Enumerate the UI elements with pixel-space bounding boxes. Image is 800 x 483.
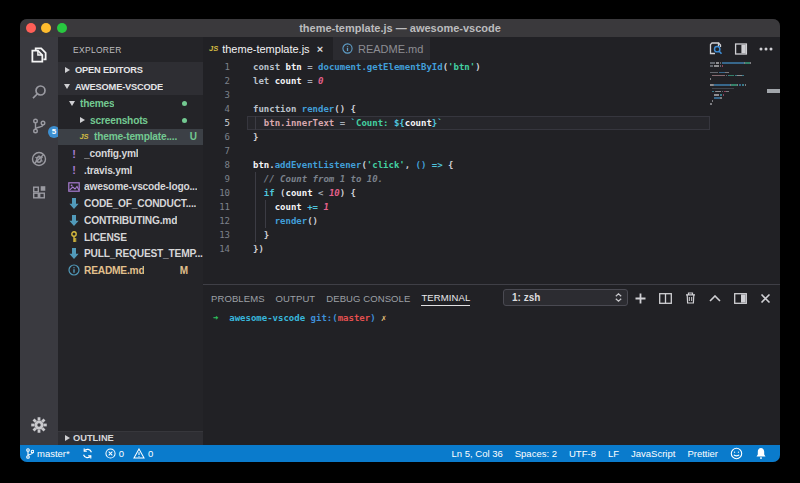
panel-tab-problems[interactable]: PROBLEMS bbox=[211, 289, 265, 306]
close-panel-icon[interactable] bbox=[760, 293, 771, 304]
split-editor-icon[interactable] bbox=[734, 42, 748, 56]
extensions-icon[interactable] bbox=[31, 185, 47, 201]
search-icon[interactable] bbox=[30, 83, 48, 101]
image-file-icon bbox=[67, 182, 81, 192]
terminal-select-value: 1: zsh bbox=[512, 292, 615, 303]
debug-icon[interactable] bbox=[30, 150, 48, 168]
explorer-sidebar: EXPLORER OPEN EDITORSAWESOME-VSCODEtheme… bbox=[58, 37, 203, 445]
tree-item-contributing-md[interactable]: CONTRIBUTING.md bbox=[58, 212, 203, 229]
yaml-file-icon: ! bbox=[67, 148, 81, 160]
key-file-icon bbox=[67, 231, 81, 243]
item-label: LICENSE bbox=[84, 232, 127, 243]
tree-item-code-of-conduct[interactable]: CODE_OF_CONDUCT.... bbox=[58, 195, 203, 212]
status-bar: master* 0 0 Ln bbox=[20, 445, 780, 463]
tab-label: README.md bbox=[358, 43, 423, 55]
code-line-4: 4function render() { bbox=[203, 102, 780, 116]
git-status-badge: M bbox=[180, 265, 188, 276]
open-preview-icon[interactable] bbox=[708, 41, 723, 56]
kill-terminal-icon[interactable] bbox=[685, 292, 696, 304]
select-chevrons-icon bbox=[615, 293, 622, 302]
code-line-10: 10 if (count < 10) { bbox=[203, 186, 780, 200]
git-branch-status[interactable]: master* bbox=[26, 448, 70, 459]
js-file-icon: JS bbox=[209, 44, 218, 53]
info-file-icon bbox=[67, 264, 81, 276]
maximize-panel-icon[interactable] bbox=[709, 295, 721, 302]
yaml-file-icon: ! bbox=[67, 164, 81, 176]
code-line-14: 14}) bbox=[203, 242, 780, 256]
tree-item-pull-request-temp[interactable]: PULL_REQUEST_TEMP... bbox=[58, 245, 203, 262]
eol[interactable]: LF bbox=[608, 448, 619, 459]
item-label: theme-template.... bbox=[94, 131, 177, 142]
git-status-badge: U bbox=[190, 131, 197, 142]
formatter[interactable]: Prettier bbox=[687, 448, 718, 459]
tree-item-theme-template[interactable]: JStheme-template....U bbox=[58, 129, 203, 146]
editor-group: JS theme-template.js × README.md bbox=[203, 37, 780, 445]
panel-tab-debug-console[interactable]: DEBUG CONSOLE bbox=[326, 289, 410, 306]
indentation[interactable]: Spaces: 2 bbox=[515, 448, 557, 459]
tree-item-themes[interactable]: themes bbox=[58, 95, 203, 112]
tree-item-screenshots[interactable]: screenshots bbox=[58, 112, 203, 129]
problems-status[interactable]: 0 0 bbox=[105, 448, 154, 459]
item-label: _config.yml bbox=[84, 148, 138, 159]
code-line-1: 1const btn = document.getElementById('bt… bbox=[203, 60, 780, 74]
tree-item-readme-md[interactable]: README.mdM bbox=[58, 262, 203, 279]
split-terminal-icon[interactable] bbox=[659, 293, 672, 304]
chevron-right-icon bbox=[62, 435, 72, 441]
title-bar[interactable]: theme-template.js — awesome-vscode bbox=[20, 19, 780, 37]
panel-tabs: PROBLEMSOUTPUTDEBUG CONSOLETERMINAL bbox=[211, 285, 470, 309]
panel-tab-terminal[interactable]: TERMINAL bbox=[421, 288, 470, 306]
section-awesome-vscode[interactable]: AWESOME-VSCODE bbox=[58, 78, 203, 95]
item-label: CONTRIBUTING.md bbox=[84, 215, 177, 226]
status-right: Ln 5, Col 36 Spaces: 2 UTF-8 LF JavaScri… bbox=[452, 447, 780, 460]
panel-actions bbox=[635, 289, 771, 307]
terminal-select[interactable]: 1: zsh bbox=[503, 289, 628, 306]
git-branch-icon bbox=[26, 448, 34, 459]
chevron-right-icon bbox=[77, 117, 87, 123]
file-tree: OPEN EDITORSAWESOME-VSCODEthemesscreensh… bbox=[58, 62, 203, 279]
panel-tab-output[interactable]: OUTPUT bbox=[276, 289, 316, 306]
chevron-down-icon bbox=[67, 101, 77, 106]
markdown-file-icon bbox=[67, 198, 81, 209]
terminal-prompt-line[interactable]: ➜ awesome-vscode git:(master) ✗ bbox=[213, 311, 386, 325]
language-mode[interactable]: JavaScript bbox=[631, 448, 675, 459]
code-line-8: 8btn.addEventListener('click', () => { bbox=[203, 158, 780, 172]
bell-icon[interactable] bbox=[755, 447, 767, 460]
sync-icon bbox=[82, 448, 93, 459]
js-file-icon: JS bbox=[77, 132, 91, 141]
new-terminal-icon[interactable] bbox=[635, 293, 646, 304]
sidebar-title: EXPLORER bbox=[73, 42, 122, 58]
more-actions-icon[interactable] bbox=[759, 47, 773, 51]
settings-gear-icon[interactable] bbox=[31, 417, 48, 434]
editor-actions bbox=[708, 37, 773, 60]
code-editor[interactable]: 1const btn = document.getElementById('bt… bbox=[203, 60, 780, 284]
close-tab-icon[interactable]: × bbox=[317, 43, 323, 55]
explorer-icon[interactable] bbox=[29, 45, 50, 66]
tree-item-config-yml[interactable]: !_config.yml bbox=[58, 145, 203, 162]
code-line-7: 7 bbox=[203, 144, 780, 158]
item-label: OPEN EDITORS bbox=[75, 65, 143, 75]
code-line-6: 6} bbox=[203, 130, 780, 144]
encoding[interactable]: UTF-8 bbox=[569, 448, 596, 459]
tree-item-license[interactable]: LICENSE bbox=[58, 229, 203, 246]
source-control-icon[interactable] bbox=[31, 118, 48, 135]
toggle-panel-icon[interactable] bbox=[734, 293, 747, 304]
outline-section-header[interactable]: OUTLINE bbox=[58, 431, 203, 445]
markdown-file-icon bbox=[67, 248, 81, 259]
code-line-12: 12 render() bbox=[203, 214, 780, 228]
section-open-editors[interactable]: OPEN EDITORS bbox=[58, 62, 203, 79]
minimap[interactable] bbox=[710, 62, 765, 107]
tree-item-travis-yml[interactable]: !.travis.yml bbox=[58, 162, 203, 179]
tab-theme-template[interactable]: JS theme-template.js × bbox=[203, 37, 330, 60]
info-file-icon bbox=[342, 43, 353, 54]
chevron-right-icon bbox=[62, 67, 72, 73]
tab-readme[interactable]: README.md bbox=[333, 37, 430, 60]
item-label: .travis.yml bbox=[84, 165, 132, 176]
cursor-position[interactable]: Ln 5, Col 36 bbox=[452, 448, 503, 459]
code-line-9: 9 // Count from 1 to 10. bbox=[203, 172, 780, 186]
git-change-dot bbox=[182, 101, 187, 106]
activity-bar: 5 bbox=[20, 37, 58, 445]
code-line-3: 3 bbox=[203, 88, 780, 102]
sync-status[interactable] bbox=[82, 448, 93, 459]
feedback-smiley-icon[interactable] bbox=[730, 447, 743, 460]
tree-item-awesome-vscode-logo[interactable]: awesome-vscode-logo... bbox=[58, 179, 203, 196]
